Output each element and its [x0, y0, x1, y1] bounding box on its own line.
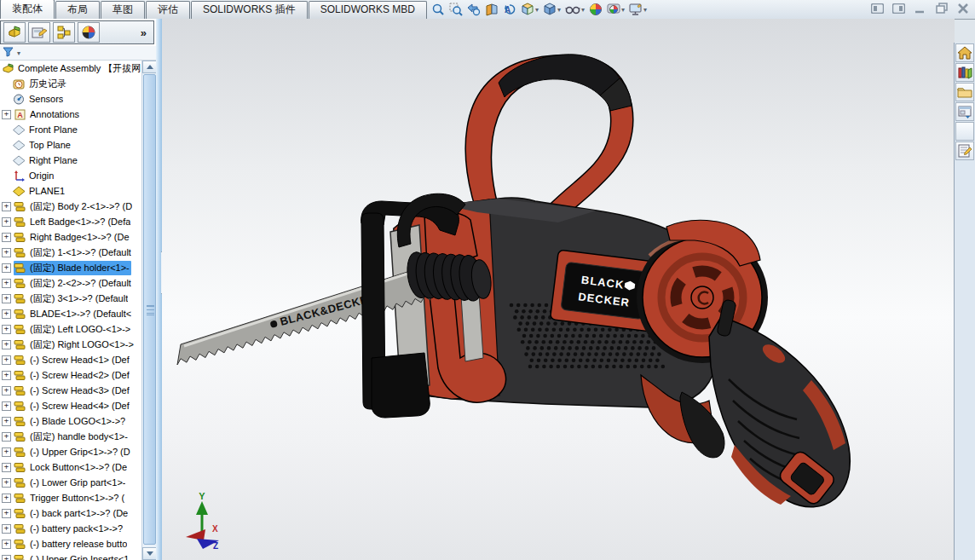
close-icon[interactable]: [955, 2, 970, 14]
menu-tab-装配体[interactable]: 装配体: [0, 0, 55, 19]
tree-item--battery-release-butto[interactable]: +(-) battery release butto: [0, 536, 141, 551]
expand-toggle[interactable]: +: [2, 524, 11, 534]
custom-properties-icon[interactable]: [955, 141, 974, 160]
expand-toggle[interactable]: +: [2, 463, 11, 472]
appearances-icon[interactable]: [955, 122, 974, 141]
dropdown-caret[interactable]: ▾: [535, 6, 539, 14]
tree-filter-bar[interactable]: ▾: [0, 46, 157, 61]
expand-toggle[interactable]: +: [2, 248, 11, 257]
previous-view-icon[interactable]: [466, 1, 482, 18]
view-settings-icon[interactable]: ▾: [628, 1, 648, 18]
zoom-fit-icon[interactable]: [430, 1, 446, 18]
expand-toggle[interactable]: +: [2, 540, 11, 549]
filter-dropdown-caret[interactable]: ▾: [17, 49, 20, 57]
menu-tab-solidworks-插件[interactable]: SOLIDWORKS 插件: [191, 1, 308, 19]
expand-toggle[interactable]: +: [2, 432, 11, 442]
expand-toggle[interactable]: +: [2, 309, 11, 319]
expand-toggle[interactable]: +: [2, 294, 11, 303]
tree-item-sensors[interactable]: Sensors: [0, 91, 141, 107]
model-blade[interactable]: BLACK&DECKER: [177, 266, 430, 365]
expand-toggle[interactable]: +: [2, 279, 11, 288]
file-explorer-icon[interactable]: [955, 83, 974, 101]
appearance-icon[interactable]: [78, 22, 100, 43]
scrollbar-up-button[interactable]: [142, 61, 157, 73]
expand-toggle[interactable]: +: [2, 417, 11, 426]
tree-item-trigger-button-1-[interactable]: +Trigger Button<1>->? (: [0, 490, 141, 505]
expand-toggle[interactable]: +: [2, 340, 11, 349]
tree-item--固定-3-1-default[interactable]: +(固定) 3<1>->? (Default: [0, 291, 141, 306]
tree-item-top-plane[interactable]: Top Plane: [0, 137, 141, 153]
expand-toggle[interactable]: +: [2, 202, 11, 211]
tree-item-complete-assembly-开拔网[interactable]: Complete Assembly 【开拔网: [0, 61, 141, 76]
tree-item--blade-logo-1-[interactable]: +(-) Blade LOGO<1>->?: [0, 413, 141, 429]
tree-item--battery-pack-1-[interactable]: +(-) battery pack<1>->?: [0, 521, 141, 536]
tree-item--upper-grip-inserts-1[interactable]: +(-) Upper Grip Inserts<1: [0, 551, 141, 560]
tree-item-lock-button-1-de[interactable]: +Lock Button<1>->? (De: [0, 459, 141, 475]
tree-item--固定-blade-holder-1-[interactable]: +(固定) Blade holder<1>-: [0, 260, 141, 275]
menu-tab-布局[interactable]: 布局: [55, 1, 100, 19]
tree-item--screw-head-1-def[interactable]: +(-) Screw Head<1> (Def: [0, 352, 141, 367]
tree-item-right-badge-1-de[interactable]: +Right Badge<1>->? (De: [0, 229, 141, 245]
expand-toggle[interactable]: +: [2, 355, 11, 365]
expand-toggle[interactable]: +: [2, 233, 11, 242]
design-library-icon[interactable]: [955, 63, 974, 82]
model-grip-battery[interactable]: [709, 299, 850, 507]
menu-tab-草图[interactable]: 草图: [101, 1, 145, 19]
tree-item--固定-2-2-default[interactable]: +(固定) 2-<2>->? (Default: [0, 275, 141, 291]
menu-tab-solidworks-mbd[interactable]: SOLIDWORKS MBD: [309, 1, 427, 19]
tree-item--固定-left-logo-1-[interactable]: +(固定) Left LOGO-<1>->: [0, 321, 141, 337]
tree-item--upper-grip-1-d[interactable]: +(-) Upper Grip<1>->? (D: [0, 444, 141, 459]
assembly-icon[interactable]: [3, 22, 26, 43]
tree-item-front-plane[interactable]: Front Plane: [0, 122, 141, 137]
tree-item--screw-head-3-def[interactable]: +(-) Screw Head<3> (Def: [0, 383, 141, 398]
tree-item--screw-head-2-def[interactable]: +(-) Screw Head<2> (Def: [0, 367, 141, 383]
scrollbar-down-button[interactable]: [142, 547, 157, 560]
expand-toggle[interactable]: +: [2, 509, 11, 518]
tree-item-plane1[interactable]: PLANE1: [0, 183, 141, 199]
scrollbar-thumb[interactable]: [143, 74, 156, 545]
expand-toggle[interactable]: +: [2, 447, 11, 457]
tree-item--固定-handle-body-1-[interactable]: +(固定) handle body<1>-: [0, 429, 141, 444]
expand-toggle[interactable]: +: [2, 494, 11, 503]
expand-toggle[interactable]: +: [2, 110, 11, 119]
expand-toggle[interactable]: +: [2, 401, 11, 411]
expand-toggle[interactable]: +: [2, 263, 11, 273]
expand-toggle[interactable]: +: [2, 478, 11, 488]
zoom-area-icon[interactable]: [448, 1, 464, 18]
dropdown-caret[interactable]: ▾: [621, 6, 625, 14]
tree-item--screw-head-4-def[interactable]: +(-) Screw Head<4> (Def: [0, 398, 141, 413]
expand-toggle[interactable]: +: [2, 371, 11, 380]
tree-item--固定-1-1-default[interactable]: +(固定) 1-<1>->? (Default: [0, 245, 141, 260]
tree-item--back-part-1-de[interactable]: +(-) back part<1>->? (De: [0, 505, 141, 521]
section-view-icon[interactable]: [484, 1, 499, 18]
tree-item--lower-grip-part-1-[interactable]: +(-) Lower Grip part<1>-: [0, 475, 141, 490]
home-icon[interactable]: [955, 43, 974, 62]
dropdown-caret[interactable]: ▾: [581, 6, 585, 14]
edit-appearance-icon[interactable]: [588, 1, 603, 18]
toolbar-overflow-chevron[interactable]: »: [141, 26, 147, 39]
hide-show-items-icon[interactable]: ▾: [564, 1, 586, 18]
view-orientation-icon[interactable]: ▾: [520, 1, 539, 18]
dropdown-caret[interactable]: ▾: [643, 6, 647, 14]
display-style-icon[interactable]: ▾: [542, 1, 562, 18]
menu-tab-评估[interactable]: 评估: [146, 1, 190, 19]
tree-item-blade-1-default-[interactable]: +BLADE<1>->? (Default<: [0, 306, 141, 321]
tree-item-历史记录[interactable]: 历史记录: [0, 76, 141, 91]
expand-toggle[interactable]: +: [2, 386, 11, 395]
pane-toggle-right-icon[interactable]: [891, 2, 906, 14]
tree-item-origin[interactable]: Origin: [0, 168, 141, 183]
minimize-icon[interactable]: [913, 2, 927, 14]
tree-item--固定-right-logo-1-[interactable]: +(固定) Right LOGO<1>->: [0, 337, 141, 352]
rotate-view-icon[interactable]: A: [502, 1, 517, 18]
tree-item-annotations[interactable]: +AAnnotations: [0, 107, 141, 122]
edit-component-icon[interactable]: [28, 22, 50, 43]
tree-scrollbar[interactable]: [141, 61, 157, 560]
expand-toggle[interactable]: +: [2, 325, 11, 334]
apply-scene-icon[interactable]: ▾: [606, 1, 626, 18]
expand-toggle[interactable]: +: [2, 555, 11, 560]
view-palette-icon[interactable]: [955, 102, 974, 121]
tree-item--固定-body-2-1-d[interactable]: +(固定) Body 2-<1>->? (D: [0, 199, 141, 214]
tree-item-left-badge-1-defa[interactable]: +Left Badge<1>->? (Defa: [0, 214, 141, 229]
hierarchy-icon[interactable]: [53, 22, 75, 43]
pane-toggle-left-icon[interactable]: [870, 2, 885, 14]
